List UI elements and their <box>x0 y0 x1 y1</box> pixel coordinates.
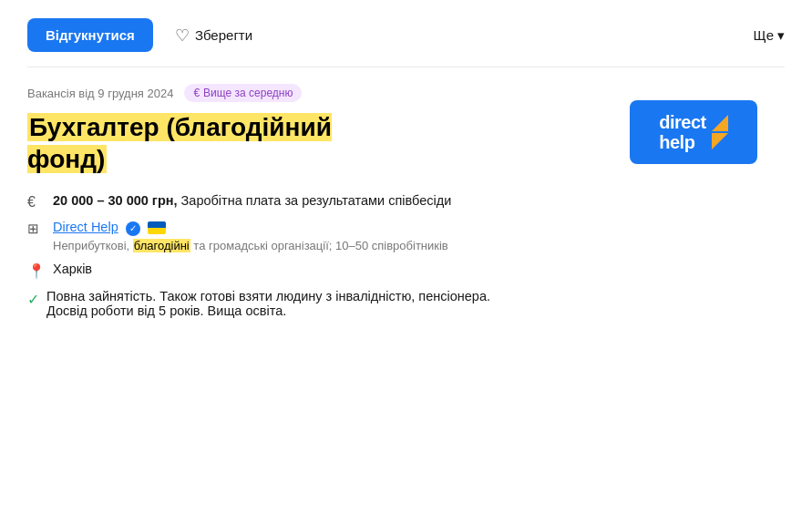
salary-badge: € Вище за середню <box>184 84 302 102</box>
more-button[interactable]: Ще ▾ <box>754 27 785 44</box>
experience-text: Досвід роботи від 5 років. Вища освіта. <box>46 303 286 318</box>
heart-icon: ♡ <box>175 26 190 46</box>
vacancy-meta: Вакансія від 9 грудня 2024 € Вище за сер… <box>27 84 785 102</box>
company-name[interactable]: Direct Help <box>53 220 118 234</box>
salary-row: € 20 000 – 30 000 грн, Заробітна плата з… <box>27 193 785 211</box>
location-text: Харків <box>53 262 92 276</box>
salary-badge-label: Вище за середню <box>203 87 293 99</box>
company-highlight: благодійні <box>133 239 190 252</box>
save-button[interactable]: ♡ Зберегти <box>175 26 252 46</box>
logo-text-direct: direct <box>659 112 705 132</box>
euro-icon: € <box>193 87 200 99</box>
company-section: ⊞ Direct Help ✓ Неприбуткові, благодійні… <box>27 220 785 252</box>
title-highlight: Бухгалтер (благодійнийфонд) <box>27 113 332 173</box>
vacancy-date: Вакансія від 9 грудня 2024 <box>27 87 173 100</box>
ukraine-flag <box>148 221 166 234</box>
company-logo[interactable]: direct help <box>630 100 757 164</box>
action-bar: Відгукнутися ♡ Зберегти Ще ▾ <box>27 18 785 67</box>
save-label: Зберегти <box>195 27 252 43</box>
company-subtitle: Неприбуткові, благодійні та громадські о… <box>53 239 785 252</box>
logo-arrows <box>712 115 728 149</box>
employment-text: Повна зайнятість. Також готові взяти люд… <box>46 289 490 303</box>
chevron-down-icon: ▾ <box>777 27 785 44</box>
salary-note: Заробітна плата за результатами співбесі… <box>181 193 452 208</box>
job-details: € 20 000 – 30 000 грн, Заробітна плата з… <box>27 193 785 318</box>
salary-icon: € <box>27 194 46 211</box>
salary-range: 20 000 – 30 000 грн, <box>53 193 178 208</box>
check-icon: ✓ <box>27 291 39 308</box>
company-icon: ⊞ <box>27 221 46 237</box>
logo-text-help: help <box>659 132 694 152</box>
more-label: Ще <box>754 27 774 43</box>
location-icon: 📍 <box>27 262 46 280</box>
job-title: Бухгалтер (благодійнийфонд) <box>27 111 519 175</box>
employment-row: ✓ Повна зайнятість. Також готові взяти л… <box>27 289 785 318</box>
job-title-highlighted: Бухгалтер (благодійнийфонд) <box>27 113 332 173</box>
respond-button[interactable]: Відгукнутися <box>27 18 153 52</box>
company-row: ⊞ Direct Help ✓ <box>27 220 785 237</box>
location-row: 📍 Харків <box>27 262 785 280</box>
verified-icon: ✓ <box>126 221 140 236</box>
